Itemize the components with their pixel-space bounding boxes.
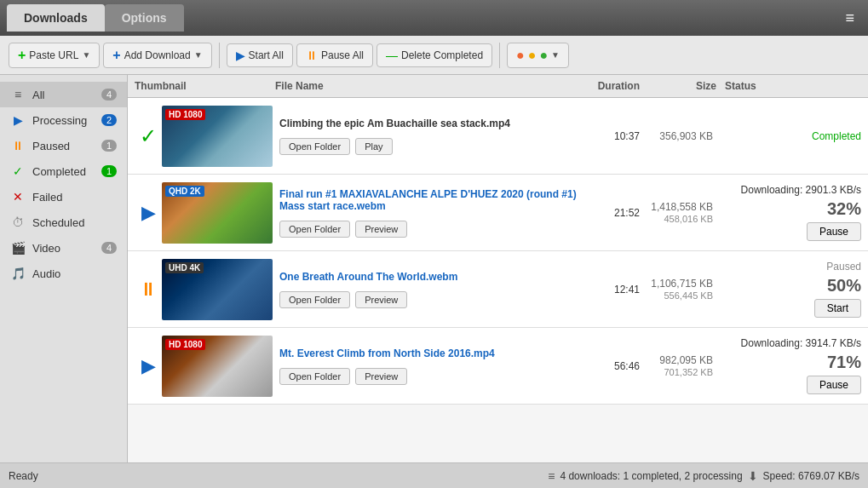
divider-2 [499,43,500,68]
main-area: ≡All4▶Processing2⏸Paused1✓Completed1✕Fai… [0,75,868,462]
sidebar-label-all: All [32,89,44,101]
sidebar-icon-audio: 🎵 [10,267,26,280]
more-dropdown-icon: ▼ [551,50,560,60]
delete-completed-button[interactable]: — Delete Completed [377,43,492,67]
sidebar-item-completed[interactable]: ✓Completed1 [0,158,127,184]
toolbar: + Paste URL ▼ + Add Download ▼ ▶ Start A… [0,36,868,75]
item-actions-2: Open FolderPreview [279,221,584,238]
sidebar-badge-completed: 1 [101,165,117,177]
item-duration-2: 21:52 [584,207,640,219]
item-filename-4: Mt. Everest Climb from North Side 2016.m… [279,347,584,359]
sidebar-badge-video: 4 [101,242,117,254]
item-info-3: One Breath Around The World.webmOpen Fol… [279,271,584,308]
item-status-text-2: Downloading: 2901.3 KB/s [741,184,861,196]
play-button-1[interactable]: Play [355,138,392,155]
open-folder-button-2[interactable]: Open Folder [279,221,350,238]
item-size-4: 982,095 KB701,352 KB [640,354,716,378]
sidebar-item-all[interactable]: ≡All4 [0,82,127,107]
pause-all-icon: ⏸ [306,49,318,62]
list-icon: ≡ [548,469,555,483]
add-download-button[interactable]: + Add Download ▼ [103,43,211,68]
status-icon-3: ⏸ [135,278,162,301]
title-bar: Downloads Options ≡ [0,0,868,36]
pause-button-4[interactable]: Pause [807,376,861,394]
col-header-thumbnail: Thumbnail [135,80,275,92]
item-percent-4: 71% [827,353,861,372]
item-actions-1: Open FolderPlay [279,138,584,155]
item-status-area-4: Downloading: 3914.7 KB/s71%Pause [716,337,861,394]
preview-button-4[interactable]: Preview [355,368,407,385]
status-bar: Ready ≡ 4 downloads: 1 completed, 2 proc… [0,462,868,488]
item-status-area-3: Paused50%Start [716,261,861,318]
sidebar-item-paused[interactable]: ⏸Paused1 [0,133,127,158]
item-status-area-1: Completed [716,130,861,142]
tab-options[interactable]: Options [105,4,184,32]
sidebar-icon-video: 🎬 [10,241,26,255]
sidebar: ≡All4▶Processing2⏸Paused1✓Completed1✕Fai… [0,75,128,462]
start-all-label: Start All [249,49,284,61]
sidebar-item-processing[interactable]: ▶Processing2 [0,107,127,133]
thumbnail-3: UHD 4K [162,259,273,320]
item-duration-4: 56:46 [584,360,640,372]
start-all-button[interactable]: ▶ Start All [227,43,293,67]
sidebar-icon-scheduled: ⏱ [10,215,26,229]
preview-button-3[interactable]: Preview [355,291,407,308]
download-item-1: ✓HD 1080Climbing the epic Am Buachaille … [128,98,868,175]
item-filename-3: One Breath Around The World.webm [279,271,584,283]
dots-icon-green: ● [539,48,548,63]
download-item-3: ⏸UHD 4KOne Breath Around The World.webmO… [128,251,868,328]
item-status-text-4: Downloading: 3914.7 KB/s [741,337,861,349]
sidebar-badge-all: 4 [101,89,117,100]
status-icon-2: ▶ [135,202,162,224]
pause-all-button[interactable]: ⏸ Pause All [296,43,373,67]
open-folder-button-4[interactable]: Open Folder [279,368,350,385]
sidebar-label-processing: Processing [32,114,87,127]
item-duration-3: 12:41 [584,284,640,296]
dots-icon-yellow: ● [528,48,537,63]
col-header-size: Size [640,80,716,92]
item-filename-2: Final run #1 MAXIAVALANCHE ALPE D'HUEZ 2… [279,188,584,212]
pause-button-2[interactable]: Pause [807,222,861,241]
item-size-3: 1,106,715 KB556,445 KB [640,278,716,301]
item-actions-4: Open FolderPreview [279,368,584,385]
thumb-badge-2: QHD 2K [165,186,204,197]
speed-value: Speed: 6769.07 KB/s [763,470,859,482]
open-folder-button-1[interactable]: Open Folder [279,138,350,155]
sidebar-badge-paused: 1 [101,140,117,152]
downloads-info: 4 downloads: 1 completed, 2 processing [560,470,742,482]
sidebar-icon-failed: ✕ [10,190,26,204]
start-all-icon: ▶ [236,49,245,62]
thumb-badge-1: HD 1080 [165,109,205,120]
thumbnail-2: QHD 2K [162,182,273,244]
tab-downloads[interactable]: Downloads [7,4,105,32]
sidebar-icon-completed: ✓ [10,164,26,178]
item-filename-1: Climbing the epic Am Buachaille sea stac… [279,118,584,129]
sidebar-item-scheduled[interactable]: ⏱Scheduled [0,210,127,235]
item-status-text-1: Completed [812,130,861,142]
thumb-badge-4: HD 1080 [165,339,205,350]
item-status-area-2: Downloading: 2901.3 KB/s32%Pause [716,184,861,241]
add-download-icon: + [112,48,120,63]
thumbnail-1: HD 1080 [162,106,273,167]
plus-icon: + [18,48,26,63]
sidebar-item-video[interactable]: 🎬Video4 [0,235,127,261]
paste-url-label: Paste URL [29,49,78,61]
item-info-2: Final run #1 MAXIAVALANCHE ALPE D'HUEZ 2… [279,188,584,238]
menu-button[interactable]: ≡ [838,6,861,31]
status-icon-1: ✓ [135,124,162,148]
sidebar-item-failed[interactable]: ✕Failed [0,184,127,210]
dots-icon-red: ● [516,48,525,63]
item-info-4: Mt. Everest Climb from North Side 2016.m… [279,347,584,385]
add-download-label: Add Download [124,49,191,61]
more-options-button[interactable]: ● ● ● ▼ [507,43,569,68]
sidebar-item-audio[interactable]: 🎵Audio [0,261,127,286]
pause-all-label: Pause All [321,49,364,61]
add-download-dropdown-icon: ▼ [194,50,203,60]
open-folder-button-3[interactable]: Open Folder [279,291,350,308]
preview-button-2[interactable]: Preview [355,221,407,238]
divider-1 [219,43,220,68]
sidebar-icon-processing: ▶ [10,113,26,127]
sidebar-label-audio: Audio [32,267,60,280]
start-button-3[interactable]: Start [814,299,861,318]
paste-url-button[interactable]: + Paste URL ▼ [9,43,100,68]
